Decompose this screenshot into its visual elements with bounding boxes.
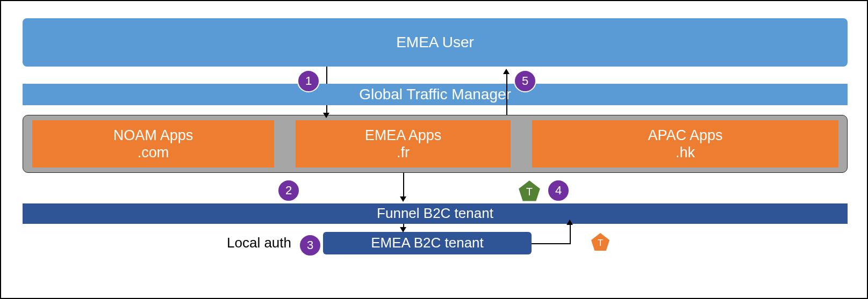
step-4-label: 4	[555, 184, 562, 198]
global-traffic-manager-box: Global Traffic Manager	[23, 84, 848, 105]
arrow-line-user-to-gtm	[326, 67, 327, 84]
token-pentagon-orange: T	[590, 232, 611, 252]
gtm-label: Global Traffic Manager	[359, 85, 511, 104]
noam-apps-label: NOAM Apps .com	[113, 127, 193, 162]
arrow-head-funnel-to-b2c	[400, 227, 406, 232]
apac-apps-label: APAC Apps .hk	[648, 127, 722, 162]
diagram-frame: EMEA User Global Traffic Manager NOAM Ap…	[0, 0, 868, 299]
step-2-label: 2	[285, 184, 292, 198]
step-5-label: 5	[522, 74, 528, 88]
arrow-line-b2c-right	[532, 243, 571, 244]
emea-b2c-label: EMEA B2C tenant	[371, 235, 484, 251]
arrow-head-gtm-to-apps	[323, 113, 329, 118]
arrow-head-b2c-up	[566, 220, 573, 225]
step-1: 1	[297, 70, 320, 92]
funnel-label: Funnel B2C tenant	[377, 205, 493, 222]
token-green-label: T	[526, 186, 533, 198]
emea-user-box: EMEA User	[23, 18, 848, 67]
step-1-label: 1	[305, 74, 312, 88]
step-5: 5	[514, 70, 536, 92]
funnel-b2c-tenant-box: Funnel B2C tenant	[23, 203, 848, 224]
arrow-line-apps-to-funnel	[403, 173, 404, 198]
arrow-head-apps-to-user	[503, 69, 510, 74]
apac-apps-box: APAC Apps .hk	[532, 120, 838, 167]
token-pentagon-green: T	[517, 179, 542, 203]
step-3-label: 3	[307, 238, 313, 252]
emea-user-label: EMEA User	[396, 33, 474, 52]
local-auth-label-box: Local auth	[189, 232, 297, 254]
step-2: 2	[277, 179, 300, 202]
noam-apps-box: NOAM Apps .com	[32, 120, 274, 167]
arrow-line-b2c-up	[570, 224, 571, 244]
emea-apps-label: EMEA Apps .fr	[365, 127, 442, 162]
emea-apps-box: EMEA Apps .fr	[296, 120, 511, 167]
step-3: 3	[299, 234, 321, 257]
arrow-line-apps-to-user	[506, 73, 507, 115]
step-4: 4	[547, 179, 570, 202]
arrow-head-apps-to-funnel	[400, 196, 406, 202]
emea-b2c-tenant-box: EMEA B2C tenant	[323, 232, 532, 254]
token-orange-label: T	[598, 238, 603, 248]
local-auth-label: Local auth	[227, 235, 291, 251]
